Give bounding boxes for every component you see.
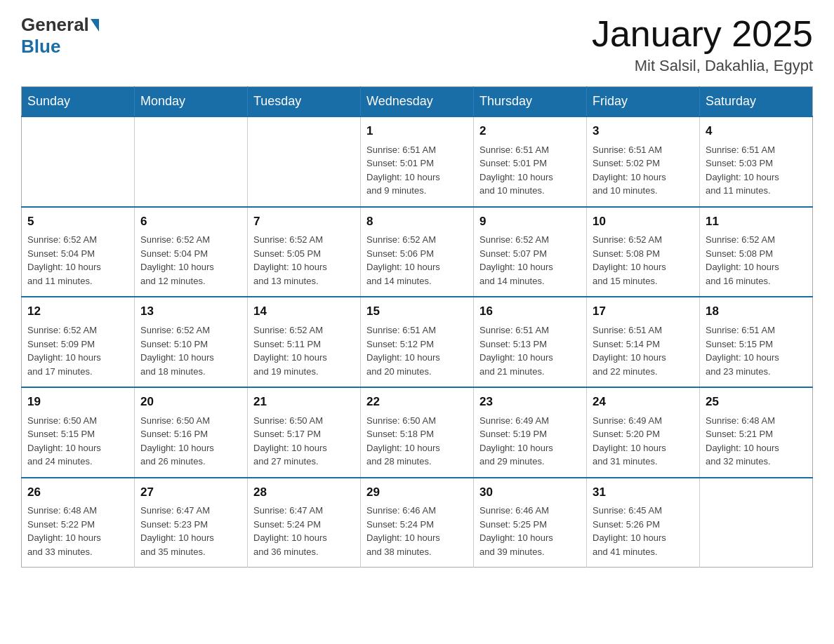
day-info: Sunrise: 6:52 AM Sunset: 5:09 PM Dayligh… bbox=[27, 323, 128, 378]
day-info: Sunrise: 6:51 AM Sunset: 5:01 PM Dayligh… bbox=[479, 143, 581, 198]
day-info: Sunrise: 6:51 AM Sunset: 5:02 PM Dayligh… bbox=[593, 143, 694, 198]
calendar-cell bbox=[248, 116, 361, 207]
day-number: 7 bbox=[253, 213, 355, 231]
day-info: Sunrise: 6:46 AM Sunset: 5:25 PM Dayligh… bbox=[479, 504, 581, 558]
calendar-cell: 18Sunrise: 6:51 AM Sunset: 5:15 PM Dayli… bbox=[700, 297, 813, 387]
day-info: Sunrise: 6:51 AM Sunset: 5:15 PM Dayligh… bbox=[706, 323, 807, 378]
calendar-cell: 2Sunrise: 6:51 AM Sunset: 5:01 PM Daylig… bbox=[474, 116, 587, 207]
weekday-header-monday: Monday bbox=[135, 87, 248, 117]
day-number: 25 bbox=[706, 394, 807, 411]
day-info: Sunrise: 6:52 AM Sunset: 5:04 PM Dayligh… bbox=[27, 233, 128, 288]
calendar-header-row: SundayMondayTuesdayWednesdayThursdayFrid… bbox=[22, 87, 813, 117]
day-number: 11 bbox=[706, 213, 807, 231]
calendar-cell: 4Sunrise: 6:51 AM Sunset: 5:03 PM Daylig… bbox=[700, 116, 813, 207]
calendar-cell: 12Sunrise: 6:52 AM Sunset: 5:09 PM Dayli… bbox=[22, 297, 135, 387]
day-info: Sunrise: 6:52 AM Sunset: 5:10 PM Dayligh… bbox=[140, 323, 241, 378]
weekday-header-sunday: Sunday bbox=[22, 87, 135, 117]
day-number: 30 bbox=[479, 484, 581, 502]
day-info: Sunrise: 6:52 AM Sunset: 5:06 PM Dayligh… bbox=[366, 233, 468, 288]
day-info: Sunrise: 6:51 AM Sunset: 5:14 PM Dayligh… bbox=[593, 323, 694, 378]
calendar-cell bbox=[22, 116, 135, 207]
day-number: 2 bbox=[479, 123, 581, 140]
day-number: 20 bbox=[140, 394, 241, 411]
calendar-cell bbox=[700, 478, 813, 568]
day-info: Sunrise: 6:52 AM Sunset: 5:08 PM Dayligh… bbox=[706, 233, 807, 288]
calendar-table: SundayMondayTuesdayWednesdayThursdayFrid… bbox=[21, 86, 813, 568]
day-info: Sunrise: 6:51 AM Sunset: 5:12 PM Dayligh… bbox=[366, 323, 468, 378]
day-number: 29 bbox=[366, 484, 468, 502]
day-info: Sunrise: 6:47 AM Sunset: 5:24 PM Dayligh… bbox=[253, 504, 355, 558]
day-number: 9 bbox=[479, 213, 581, 231]
calendar-cell: 11Sunrise: 6:52 AM Sunset: 5:08 PM Dayli… bbox=[700, 207, 813, 297]
day-number: 15 bbox=[366, 303, 468, 321]
location-subtitle: Mit Salsil, Dakahlia, Egypt bbox=[592, 57, 813, 75]
calendar-cell: 16Sunrise: 6:51 AM Sunset: 5:13 PM Dayli… bbox=[474, 297, 587, 387]
calendar-week-row: 12Sunrise: 6:52 AM Sunset: 5:09 PM Dayli… bbox=[22, 297, 813, 387]
title-block: January 2025 Mit Salsil, Dakahlia, Egypt bbox=[592, 14, 813, 75]
calendar-cell: 29Sunrise: 6:46 AM Sunset: 5:24 PM Dayli… bbox=[361, 478, 474, 568]
calendar-week-row: 19Sunrise: 6:50 AM Sunset: 5:15 PM Dayli… bbox=[22, 387, 813, 478]
day-number: 21 bbox=[253, 394, 355, 411]
day-number: 31 bbox=[593, 484, 694, 502]
day-info: Sunrise: 6:50 AM Sunset: 5:18 PM Dayligh… bbox=[366, 414, 468, 469]
day-number: 19 bbox=[27, 394, 128, 411]
logo-arrow-icon bbox=[91, 19, 99, 32]
day-number: 27 bbox=[140, 484, 241, 502]
day-number: 13 bbox=[140, 303, 241, 321]
day-info: Sunrise: 6:50 AM Sunset: 5:15 PM Dayligh… bbox=[27, 414, 128, 469]
day-info: Sunrise: 6:50 AM Sunset: 5:16 PM Dayligh… bbox=[140, 414, 241, 469]
calendar-cell: 31Sunrise: 6:45 AM Sunset: 5:26 PM Dayli… bbox=[587, 478, 700, 568]
weekday-header-thursday: Thursday bbox=[474, 87, 587, 117]
calendar-cell: 25Sunrise: 6:48 AM Sunset: 5:21 PM Dayli… bbox=[700, 387, 813, 478]
calendar-cell: 26Sunrise: 6:48 AM Sunset: 5:22 PM Dayli… bbox=[22, 478, 135, 568]
day-info: Sunrise: 6:52 AM Sunset: 5:08 PM Dayligh… bbox=[593, 233, 694, 288]
day-info: Sunrise: 6:52 AM Sunset: 5:11 PM Dayligh… bbox=[253, 323, 355, 378]
calendar-cell: 24Sunrise: 6:49 AM Sunset: 5:20 PM Dayli… bbox=[587, 387, 700, 478]
day-info: Sunrise: 6:51 AM Sunset: 5:01 PM Dayligh… bbox=[366, 143, 468, 198]
calendar-week-row: 5Sunrise: 6:52 AM Sunset: 5:04 PM Daylig… bbox=[22, 207, 813, 297]
day-number: 26 bbox=[27, 484, 128, 502]
day-number: 28 bbox=[253, 484, 355, 502]
day-number: 10 bbox=[593, 213, 694, 231]
day-number: 1 bbox=[366, 123, 468, 140]
calendar-cell: 14Sunrise: 6:52 AM Sunset: 5:11 PM Dayli… bbox=[248, 297, 361, 387]
day-info: Sunrise: 6:52 AM Sunset: 5:04 PM Dayligh… bbox=[140, 233, 241, 288]
calendar-cell: 22Sunrise: 6:50 AM Sunset: 5:18 PM Dayli… bbox=[361, 387, 474, 478]
day-number: 17 bbox=[593, 303, 694, 321]
day-number: 16 bbox=[479, 303, 581, 321]
day-info: Sunrise: 6:51 AM Sunset: 5:03 PM Dayligh… bbox=[706, 143, 807, 198]
day-info: Sunrise: 6:52 AM Sunset: 5:05 PM Dayligh… bbox=[253, 233, 355, 288]
page-header: General Blue January 2025 Mit Salsil, Da… bbox=[21, 14, 813, 75]
calendar-cell: 30Sunrise: 6:46 AM Sunset: 5:25 PM Dayli… bbox=[474, 478, 587, 568]
day-info: Sunrise: 6:48 AM Sunset: 5:21 PM Dayligh… bbox=[706, 414, 807, 469]
calendar-week-row: 26Sunrise: 6:48 AM Sunset: 5:22 PM Dayli… bbox=[22, 478, 813, 568]
day-info: Sunrise: 6:45 AM Sunset: 5:26 PM Dayligh… bbox=[593, 504, 694, 558]
calendar-cell: 28Sunrise: 6:47 AM Sunset: 5:24 PM Dayli… bbox=[248, 478, 361, 568]
day-info: Sunrise: 6:49 AM Sunset: 5:19 PM Dayligh… bbox=[479, 414, 581, 469]
calendar-cell: 6Sunrise: 6:52 AM Sunset: 5:04 PM Daylig… bbox=[135, 207, 248, 297]
weekday-header-wednesday: Wednesday bbox=[361, 87, 474, 117]
calendar-cell: 10Sunrise: 6:52 AM Sunset: 5:08 PM Dayli… bbox=[587, 207, 700, 297]
day-info: Sunrise: 6:48 AM Sunset: 5:22 PM Dayligh… bbox=[27, 504, 128, 558]
weekday-header-tuesday: Tuesday bbox=[248, 87, 361, 117]
calendar-cell: 20Sunrise: 6:50 AM Sunset: 5:16 PM Dayli… bbox=[135, 387, 248, 478]
day-number: 23 bbox=[479, 394, 581, 411]
logo: General Blue bbox=[21, 14, 100, 58]
day-info: Sunrise: 6:52 AM Sunset: 5:07 PM Dayligh… bbox=[479, 233, 581, 288]
weekday-header-saturday: Saturday bbox=[700, 87, 813, 117]
calendar-cell: 19Sunrise: 6:50 AM Sunset: 5:15 PM Dayli… bbox=[22, 387, 135, 478]
day-number: 4 bbox=[706, 123, 807, 140]
weekday-header-friday: Friday bbox=[587, 87, 700, 117]
day-number: 3 bbox=[593, 123, 694, 140]
calendar-cell: 21Sunrise: 6:50 AM Sunset: 5:17 PM Dayli… bbox=[248, 387, 361, 478]
calendar-cell: 5Sunrise: 6:52 AM Sunset: 5:04 PM Daylig… bbox=[22, 207, 135, 297]
calendar-cell: 9Sunrise: 6:52 AM Sunset: 5:07 PM Daylig… bbox=[474, 207, 587, 297]
calendar-cell: 3Sunrise: 6:51 AM Sunset: 5:02 PM Daylig… bbox=[587, 116, 700, 207]
calendar-cell: 17Sunrise: 6:51 AM Sunset: 5:14 PM Dayli… bbox=[587, 297, 700, 387]
day-info: Sunrise: 6:46 AM Sunset: 5:24 PM Dayligh… bbox=[366, 504, 468, 558]
calendar-cell: 8Sunrise: 6:52 AM Sunset: 5:06 PM Daylig… bbox=[361, 207, 474, 297]
calendar-cell: 27Sunrise: 6:47 AM Sunset: 5:23 PM Dayli… bbox=[135, 478, 248, 568]
calendar-cell: 1Sunrise: 6:51 AM Sunset: 5:01 PM Daylig… bbox=[361, 116, 474, 207]
day-number: 5 bbox=[27, 213, 128, 231]
day-info: Sunrise: 6:49 AM Sunset: 5:20 PM Dayligh… bbox=[593, 414, 694, 469]
